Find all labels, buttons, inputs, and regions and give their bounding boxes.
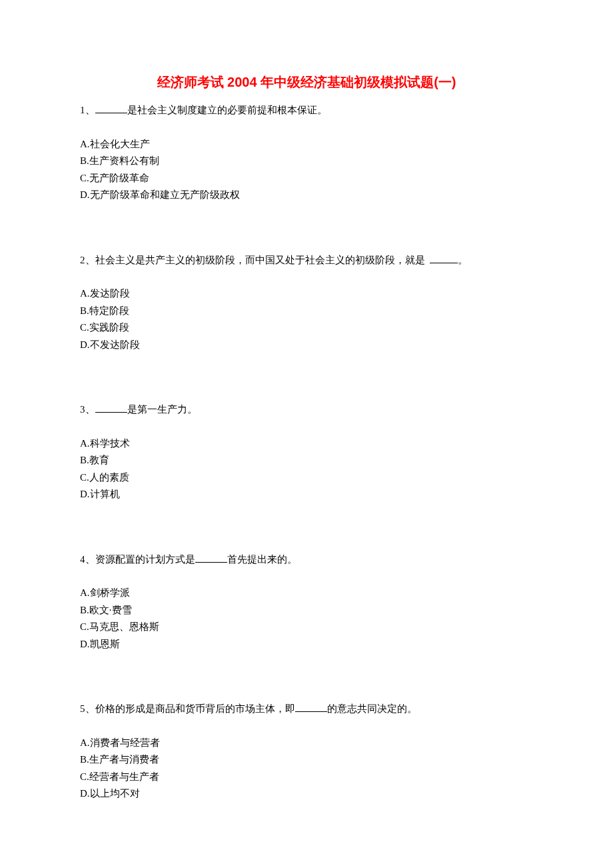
option-a: A.剑桥学派 <box>80 585 533 602</box>
question-text: 1、是社会主义制度建立的必要前提和根本保证。 <box>80 101 533 120</box>
q-num: 5、 <box>80 703 95 714</box>
option-a: A.社会化大生产 <box>80 136 533 153</box>
q-post: 是社会主义制度建立的必要前提和根本保证。 <box>127 105 327 115</box>
blank <box>195 553 227 563</box>
q-post: 首先提出来的。 <box>227 554 297 565</box>
q-post: 的意志共同决定的。 <box>327 703 417 714</box>
q-num: 2、 <box>80 255 95 265</box>
option-d: D.计算机 <box>80 486 533 503</box>
question-3: 3、是第一生产力。 A.科学技术 B.教育 C.人的素质 D.计算机 <box>80 400 533 503</box>
option-a: A.消费者与经营者 <box>80 735 533 752</box>
option-b: B.教育 <box>80 452 533 469</box>
option-d: D.不发达阶段 <box>80 337 533 354</box>
blank <box>295 703 327 713</box>
question-text: 3、是第一生产力。 <box>80 400 533 419</box>
q-pre: 社会主义是共产主义的初级阶段，而中国又处于社会主义的初级阶段，就是 <box>95 255 428 265</box>
blank <box>95 403 127 413</box>
option-b: B.欧文·费雪 <box>80 602 533 619</box>
blank <box>95 104 127 114</box>
option-c: C.实践阶段 <box>80 319 533 337</box>
option-c: C.人的素质 <box>80 469 533 487</box>
option-c: C.马克思、恩格斯 <box>80 619 533 636</box>
q-num: 4、 <box>80 554 95 565</box>
blank <box>430 253 458 263</box>
q-post: 。 <box>458 255 468 265</box>
q-pre: 价格的形成是商品和货币背后的市场主体，即 <box>95 703 295 714</box>
question-4: 4、资源配置的计划方式是首先提出来的。 A.剑桥学派 B.欧文·费雪 C.马克思… <box>80 550 533 653</box>
q-num: 3、 <box>80 404 95 415</box>
question-text: 2、社会主义是共产主义的初级阶段，而中国又处于社会主义的初级阶段，就是 。 <box>80 251 533 270</box>
option-b: B.生产者与消费者 <box>80 751 533 769</box>
question-5: 5、价格的形成是商品和货币背后的市场主体，即的意志共同决定的。 A.消费者与经营… <box>80 699 533 803</box>
option-b: B.生产资料公有制 <box>80 153 533 170</box>
option-d: D.凯恩斯 <box>80 636 533 653</box>
option-a: A.发达阶段 <box>80 285 533 303</box>
question-2: 2、社会主义是共产主义的初级阶段，而中国又处于社会主义的初级阶段，就是 。 A.… <box>80 251 533 354</box>
q-num: 1、 <box>80 105 95 115</box>
question-1: 1、是社会主义制度建立的必要前提和根本保证。 A.社会化大生产 B.生产资料公有… <box>80 101 533 204</box>
option-b: B.特定阶段 <box>80 303 533 320</box>
option-a: A.科学技术 <box>80 435 533 453</box>
page-title: 经济师考试 2004 年中级经济基础初级模拟试题(一) <box>80 73 533 91</box>
option-c: C.经营者与生产者 <box>80 769 533 786</box>
q-post: 是第一生产力。 <box>127 404 197 415</box>
q-pre: 资源配置的计划方式是 <box>95 554 195 565</box>
option-d: D.以上均不对 <box>80 785 533 803</box>
question-text: 4、资源配置的计划方式是首先提出来的。 <box>80 550 533 569</box>
option-c: C.无产阶级革命 <box>80 170 533 187</box>
option-d: D.无产阶级革命和建立无产阶级政权 <box>80 187 533 204</box>
question-text: 5、价格的形成是商品和货币背后的市场主体，即的意志共同决定的。 <box>80 699 533 719</box>
